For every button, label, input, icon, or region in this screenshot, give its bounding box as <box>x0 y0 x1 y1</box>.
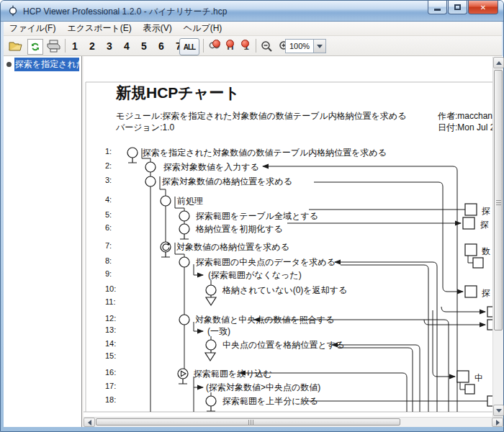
chart-row-label: 対象数値と中央点の数値を照合する <box>195 314 334 326</box>
print-button[interactable] <box>46 38 62 54</box>
chart-row-label: 探索範囲を絞り込む <box>194 368 272 380</box>
combobox-dropdown-button[interactable] <box>313 40 325 53</box>
chart-row-number: 17: <box>105 382 116 390</box>
page-1-button[interactable]: 1 <box>67 38 83 54</box>
chart-row-number: 15: <box>105 351 116 360</box>
printer-icon <box>47 40 61 53</box>
chart-row-number: 10: <box>105 284 116 293</box>
chart-row-label: 探索範囲を上半分に絞る <box>222 395 318 408</box>
scroll-left-button[interactable] <box>84 418 95 427</box>
tree-item-module[interactable]: 探索を指定された <box>6 58 79 71</box>
page-4-button[interactable]: 4 <box>119 38 135 54</box>
module-tree-sidebar: 探索を指定された <box>4 56 82 427</box>
client-area: ファイル(F) エクスポート(E) 表示(V) ヘルプ(H) <box>4 22 502 427</box>
data-box-label: 数 <box>482 246 490 258</box>
menu-file[interactable]: ファイル(F) <box>4 21 61 36</box>
zoom-out-button[interactable] <box>258 38 274 54</box>
chart-row-number: 9: <box>105 269 112 278</box>
scroll-up-button[interactable] <box>493 57 504 68</box>
chart-row-number: 6: <box>105 223 112 232</box>
arrow-left-icon <box>88 420 91 426</box>
data-box-label: 中 <box>474 372 483 384</box>
page-2-button[interactable]: 2 <box>84 38 100 54</box>
chart-row-label: 対象数値の格納位置を求める <box>176 241 289 253</box>
chart-row-number: 13: <box>105 325 116 334</box>
chart-row-label: 探索範囲をテーブル全域とする <box>196 210 318 222</box>
window-title: HCP Viewer Professional 1.2.0 - バイナリサーチ.… <box>23 6 227 18</box>
chart-row-label: 格納位置を初期化する <box>196 223 283 235</box>
refresh-icon <box>30 42 40 52</box>
close-icon: ✕ <box>480 4 486 12</box>
data-box-label: 探 <box>482 205 490 217</box>
data-box-label: 探 <box>482 287 490 300</box>
arrow-down-icon <box>496 409 502 413</box>
maximize-button[interactable] <box>448 1 467 14</box>
scroll-right-button[interactable] <box>492 418 503 427</box>
page-6-button[interactable]: 6 <box>153 38 169 54</box>
vertical-scroll-thumb[interactable] <box>494 70 503 330</box>
chart-row-number: 18: <box>105 395 116 404</box>
zoom-level-value: 100% <box>289 42 310 50</box>
chart-row-number: 4: <box>105 195 112 204</box>
menu-export[interactable]: エクスポート(E) <box>61 21 137 36</box>
link-check-button[interactable] <box>207 38 222 54</box>
thumb-grip <box>496 200 501 205</box>
chart-row-number: 5: <box>105 210 112 219</box>
hcp-chart-canvas[interactable]: 新規HCPチャート モジュール:探索を指定された対象数値の数値テーブル内格納位置… <box>84 57 492 417</box>
tree-item-label: 探索を指定された <box>14 58 79 71</box>
page-5-button[interactable]: 5 <box>136 38 152 54</box>
chart-row-label: 探索を指定された対象数値の数値テーブル内格納位置を求める <box>143 147 387 159</box>
thumb-grip <box>248 420 253 425</box>
arrow-right-icon <box>496 420 500 426</box>
app-window: HCP Viewer Professional 1.2.0 - バイナリサーチ.… <box>0 0 504 432</box>
h-check-button[interactable]: H <box>222 38 238 54</box>
chart-row-label: (一致) <box>207 325 230 338</box>
number-check-button[interactable]: 1 <box>238 38 254 54</box>
close-button[interactable]: ✕ <box>468 1 498 14</box>
chart-row-number: 1: <box>105 147 112 156</box>
scroll-down-button[interactable] <box>493 405 504 416</box>
open-file-button[interactable] <box>8 38 24 54</box>
version-line: バージョン:1.0 <box>116 122 174 134</box>
toolbar-separator <box>203 39 204 53</box>
toolbar-separator <box>256 39 256 53</box>
chart-row-label: (探索範囲がなくなった) <box>208 269 302 282</box>
all-pages-button[interactable]: ALL <box>179 38 199 55</box>
chart-row-label: 探索範囲の中央点のデータを求める <box>196 256 336 269</box>
vertical-scrollbar[interactable] <box>492 57 503 417</box>
chart-row-label: 格納されていない(0)を返却する <box>222 284 347 297</box>
toolbar: 1 2 3 4 5 6 7 ALL H 1 <box>4 36 502 56</box>
title-bar[interactable]: HCP Viewer Professional 1.2.0 - バイナリサーチ.… <box>1 1 503 22</box>
chart-row-label: 前処理 <box>177 195 203 207</box>
menu-bar: ファイル(F) エクスポート(E) 表示(V) ヘルプ(H) <box>4 22 502 36</box>
minimize-icon <box>434 9 441 11</box>
content-area: 探索を指定された <box>4 56 502 427</box>
menu-view[interactable]: 表示(V) <box>138 21 178 36</box>
chart-row-number: 12: <box>105 314 116 323</box>
zoom-level-combobox[interactable]: 100% <box>285 39 326 53</box>
alert-badge <box>226 40 234 48</box>
chart-row-number: 14: <box>105 339 116 348</box>
chevron-down-icon <box>317 45 323 48</box>
horizontal-scroll-thumb[interactable] <box>96 418 400 426</box>
chart-row-number: 11: <box>105 297 115 306</box>
minimize-button[interactable] <box>428 1 447 14</box>
author-line: 作者:macchan <box>438 110 492 122</box>
h-icon: H <box>227 41 233 52</box>
toolbar-separator <box>65 39 66 53</box>
one-icon: 1 <box>243 41 248 52</box>
app-icon <box>7 5 19 17</box>
horizontal-scrollbar[interactable] <box>84 417 503 427</box>
chart-row-number: 8: <box>105 256 112 265</box>
chart-row-label: 中央点の位置を格納位置とする <box>222 339 344 351</box>
page-3-button[interactable]: 3 <box>102 38 117 54</box>
maximize-icon <box>454 4 461 10</box>
chart-title: 新規HCPチャート <box>116 83 240 103</box>
data-box-label: 探 <box>480 219 489 231</box>
alert-badge <box>212 40 220 48</box>
chain-link-icon <box>209 41 220 52</box>
module-line: モジュール:探索を指定された対象数値の数値テーブル内格納位置を求める <box>116 110 407 122</box>
menu-help[interactable]: ヘルプ(H) <box>178 21 228 36</box>
open-folder-icon <box>9 40 23 52</box>
reload-button[interactable] <box>27 39 43 55</box>
